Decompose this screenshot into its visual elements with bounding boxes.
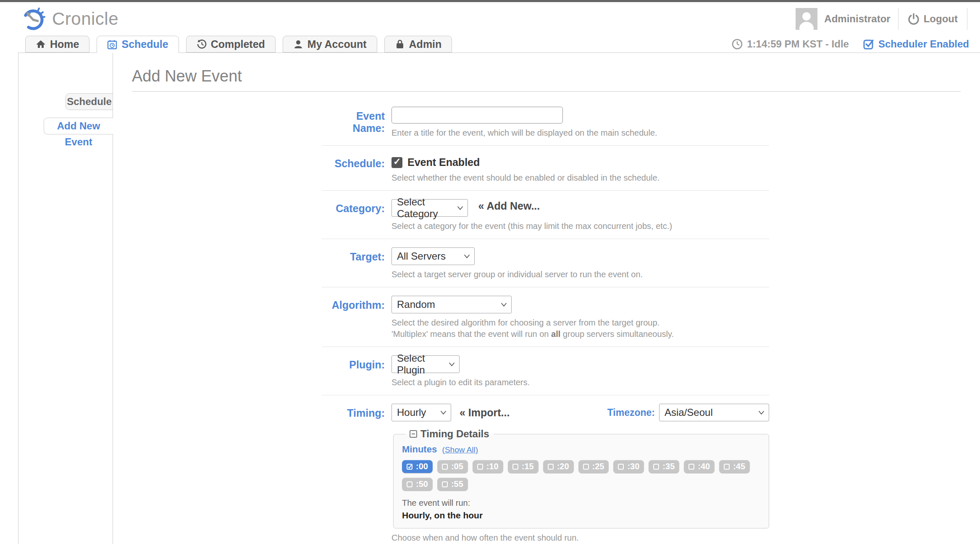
checkbox-unchecked-icon	[653, 464, 659, 470]
page-title: Add New Event	[132, 67, 961, 85]
chevron-down-icon	[501, 302, 507, 307]
logout-label: Logout	[924, 13, 958, 25]
run-summary-label: The event will run:	[402, 498, 760, 508]
checkbox-unchecked-icon	[442, 464, 448, 470]
timing-help: Choose when and how often the event shou…	[391, 532, 769, 544]
algorithm-row: Algorithm: Random Select the desired alg…	[322, 287, 769, 347]
category-select[interactable]: Select Category	[391, 199, 468, 217]
sidebar: Schedule Add New Event	[18, 53, 113, 544]
minute-toggle[interactable]: :20	[543, 460, 574, 473]
user-menu[interactable]: Administrator	[796, 8, 898, 30]
minute-toggle[interactable]: :15	[508, 460, 539, 473]
chevron-down-icon	[464, 254, 470, 258]
import-link[interactable]: « Import...	[460, 407, 510, 419]
timezone-label: Timezone:	[607, 407, 655, 418]
checkbox-unchecked-icon	[618, 464, 624, 470]
category-help: Select a category for the event (this ma…	[391, 221, 769, 232]
minute-toggle[interactable]: :35	[649, 460, 679, 473]
tab-my-account[interactable]: My Account	[283, 36, 377, 53]
status-area: 1:14:59 PM KST - Idle Scheduler Enabled	[732, 38, 974, 53]
minute-toggle[interactable]: :55	[437, 478, 468, 491]
show-all-link[interactable]: (Show All)	[442, 445, 478, 454]
timezone-select[interactable]: Asia/Seoul	[659, 404, 769, 421]
target-select[interactable]: All Servers	[391, 247, 475, 265]
app-name: Cronicle	[52, 9, 118, 29]
header-divider	[967, 8, 967, 30]
tab-admin[interactable]: Admin	[384, 36, 452, 53]
chevron-down-icon	[440, 410, 447, 415]
target-row: Target: All Servers Select a target serv…	[322, 239, 769, 287]
collapse-icon[interactable]	[410, 430, 417, 438]
minute-toggle[interactable]: :05	[437, 460, 468, 473]
event-name-input[interactable]	[391, 107, 563, 124]
checkbox-unchecked-icon	[548, 464, 554, 470]
minute-toggle[interactable]: :50	[402, 478, 433, 491]
checkbox-unchecked-icon	[583, 464, 589, 470]
user-name: Administrator	[824, 13, 898, 25]
chevron-down-icon	[457, 206, 463, 210]
checkbox-unchecked-icon	[477, 464, 483, 470]
category-label: Category:	[322, 199, 385, 232]
event-name-help: Enter a title for the event, which will …	[391, 127, 769, 139]
app-logo: Cronicle	[22, 7, 118, 31]
target-help: Select a target server group or individu…	[391, 269, 769, 280]
plugin-label: Plugin:	[322, 355, 385, 388]
schedule-row: Schedule: Event Enabled Select whether t…	[322, 145, 769, 190]
home-icon	[36, 39, 46, 49]
minute-toggle[interactable]: :25	[578, 460, 609, 473]
algorithm-select[interactable]: Random	[391, 296, 512, 313]
timing-select[interactable]: Hourly	[391, 404, 451, 421]
person-silhouette-icon	[796, 8, 817, 30]
add-event-form: Event Name: Enter a title for the event,…	[322, 98, 769, 544]
clock-icon	[732, 39, 743, 50]
schedule-label: Schedule:	[322, 154, 385, 184]
checkbox-unchecked-icon	[688, 464, 694, 470]
minute-toggle[interactable]: :40	[684, 460, 715, 473]
plugin-help: Select a plugin to edit its parameters.	[391, 377, 769, 388]
checkbox-unchecked-icon	[407, 481, 412, 487]
timing-details-legend: Timing Details	[405, 428, 494, 440]
minute-toggle[interactable]: :10	[473, 460, 503, 473]
minutes-group-label: Minutes	[402, 444, 437, 455]
lock-icon	[395, 39, 405, 49]
event-enabled-label: Event Enabled	[407, 156, 480, 168]
add-new-category-link[interactable]: « Add New...	[478, 200, 540, 212]
title-rule	[132, 91, 961, 92]
calendar-icon	[107, 39, 117, 50]
scheduler-time-status: 1:14:59 PM KST - Idle	[732, 38, 849, 50]
sidebar-item-schedule[interactable]: Schedule	[66, 93, 113, 110]
target-label: Target:	[322, 247, 385, 280]
checkbox-unchecked-icon	[724, 464, 730, 470]
tab-schedule[interactable]: Schedule	[97, 36, 179, 53]
minute-buttons: :00:05:10:15:20:25:30:35:40:45:50:55	[402, 460, 760, 491]
timing-details-fieldset: Timing Details Minutes (Show All) :00:05…	[393, 428, 769, 528]
tab-completed[interactable]: Completed	[186, 36, 276, 53]
scheduler-enabled-label: Scheduler Enabled	[878, 38, 969, 50]
timing-row: Timing: Hourly « Import... Timezone: A	[322, 395, 769, 544]
algorithm-label: Algorithm:	[322, 296, 385, 340]
page-content: Add New Event Event Name: Enter a title …	[113, 53, 980, 544]
minute-toggle[interactable]: :00	[402, 460, 433, 473]
history-icon	[197, 39, 207, 49]
plugin-select[interactable]: Select Plugin	[391, 355, 460, 373]
power-icon	[908, 13, 920, 25]
run-summary-value: Hourly, on the hour	[402, 510, 760, 520]
main-tab-bar: Home Schedule Completed My Account	[0, 35, 980, 53]
app-header: Cronicle Administrator Logout	[0, 2, 980, 35]
category-row: Category: Select Category « Add New... S…	[322, 190, 769, 239]
user-icon	[293, 39, 303, 49]
event-enabled-checkbox[interactable]	[391, 157, 402, 168]
scheduler-enabled-toggle[interactable]: Scheduler Enabled	[863, 38, 969, 50]
chevron-down-icon	[758, 410, 765, 415]
checkbox-checked-icon	[407, 464, 412, 470]
event-name-label: Event Name:	[322, 107, 385, 139]
sidebar-item-add-new-event[interactable]: Add New Event	[44, 118, 113, 134]
timing-label: Timing:	[322, 404, 385, 544]
minute-toggle[interactable]: :30	[613, 460, 644, 473]
logout-button[interactable]: Logout	[899, 13, 967, 25]
minute-toggle[interactable]: :45	[719, 460, 750, 473]
checkbox-checked-icon	[863, 39, 874, 50]
tab-home[interactable]: Home	[25, 36, 89, 53]
chevron-down-icon	[449, 362, 455, 366]
avatar	[796, 8, 817, 30]
